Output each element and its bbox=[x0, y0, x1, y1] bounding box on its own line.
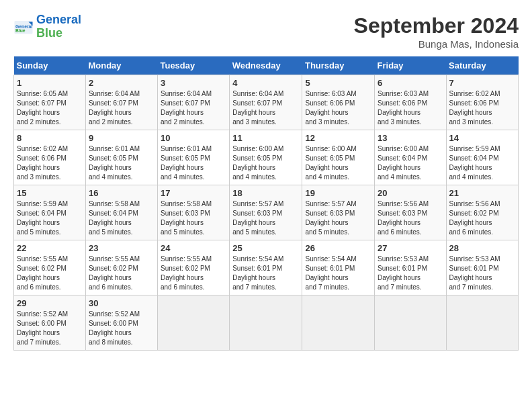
col-saturday: Saturday bbox=[446, 56, 518, 75]
day-number: 18 bbox=[232, 188, 299, 198]
calendar-table: Sunday Monday Tuesday Wednesday Thursday… bbox=[13, 56, 519, 351]
day-info: Sunrise: 5:52 AM Sunset: 6:00 PM Dayligh… bbox=[89, 310, 154, 347]
title-block: September 2024 Bunga Mas, Indonesia bbox=[354, 13, 519, 50]
day-info: Sunrise: 6:01 AM Sunset: 6:05 PM Dayligh… bbox=[89, 144, 154, 182]
calendar-cell: 2 Sunrise: 6:04 AM Sunset: 6:07 PM Dayli… bbox=[85, 75, 157, 130]
day-number: 11 bbox=[232, 133, 299, 143]
day-info: Sunrise: 5:53 AM Sunset: 6:01 PM Dayligh… bbox=[449, 255, 515, 292]
calendar-cell: 29 Sunrise: 5:52 AM Sunset: 6:00 PM Dayl… bbox=[14, 295, 86, 351]
calendar-cell bbox=[230, 295, 302, 351]
day-info: Sunrise: 6:02 AM Sunset: 6:06 PM Dayligh… bbox=[449, 89, 515, 127]
calendar-cell: 1 Sunrise: 6:05 AM Sunset: 6:07 PM Dayli… bbox=[14, 75, 86, 130]
day-number: 6 bbox=[378, 78, 443, 88]
day-number: 21 bbox=[449, 188, 515, 198]
col-wednesday: Wednesday bbox=[230, 56, 302, 75]
day-number: 16 bbox=[89, 188, 154, 198]
calendar-cell: 16 Sunrise: 5:58 AM Sunset: 6:04 PM Dayl… bbox=[85, 185, 157, 240]
day-info: Sunrise: 5:56 AM Sunset: 6:03 PM Dayligh… bbox=[378, 199, 443, 237]
calendar-cell: 27 Sunrise: 5:53 AM Sunset: 6:01 PM Dayl… bbox=[375, 240, 446, 295]
day-number: 30 bbox=[89, 298, 154, 308]
calendar-cell bbox=[446, 295, 518, 351]
logo-line2: Blue bbox=[36, 26, 62, 40]
col-monday: Monday bbox=[85, 56, 157, 75]
day-info: Sunrise: 6:01 AM Sunset: 6:05 PM Dayligh… bbox=[161, 144, 226, 182]
day-info: Sunrise: 5:59 AM Sunset: 6:04 PM Dayligh… bbox=[449, 144, 515, 182]
day-info: Sunrise: 6:00 AM Sunset: 6:05 PM Dayligh… bbox=[305, 144, 371, 182]
day-number: 14 bbox=[449, 133, 515, 143]
day-info: Sunrise: 5:54 AM Sunset: 6:01 PM Dayligh… bbox=[305, 255, 371, 292]
day-number: 25 bbox=[232, 243, 299, 253]
day-number: 19 bbox=[305, 188, 371, 198]
calendar-cell: 25 Sunrise: 5:54 AM Sunset: 6:01 PM Dayl… bbox=[230, 240, 302, 295]
calendar-cell: 12 Sunrise: 6:00 AM Sunset: 6:05 PM Dayl… bbox=[302, 130, 375, 185]
calendar-cell: 24 Sunrise: 5:55 AM Sunset: 6:02 PM Dayl… bbox=[157, 240, 229, 295]
calendar-row: 8 Sunrise: 6:02 AM Sunset: 6:06 PM Dayli… bbox=[14, 130, 519, 185]
day-number: 28 bbox=[449, 243, 515, 253]
day-info: Sunrise: 5:54 AM Sunset: 6:01 PM Dayligh… bbox=[232, 255, 299, 292]
day-number: 9 bbox=[89, 133, 154, 143]
day-info: Sunrise: 6:03 AM Sunset: 6:06 PM Dayligh… bbox=[305, 89, 371, 127]
day-info: Sunrise: 6:05 AM Sunset: 6:07 PM Dayligh… bbox=[17, 89, 83, 127]
day-info: Sunrise: 6:02 AM Sunset: 6:06 PM Dayligh… bbox=[17, 144, 83, 182]
day-number: 1 bbox=[17, 78, 83, 88]
day-number: 7 bbox=[449, 78, 515, 88]
day-number: 22 bbox=[17, 243, 83, 253]
col-thursday: Thursday bbox=[302, 56, 375, 75]
day-info: Sunrise: 5:55 AM Sunset: 6:02 PM Dayligh… bbox=[89, 255, 154, 292]
calendar-cell: 17 Sunrise: 5:58 AM Sunset: 6:03 PM Dayl… bbox=[157, 185, 229, 240]
col-friday: Friday bbox=[375, 56, 446, 75]
day-info: Sunrise: 5:55 AM Sunset: 6:02 PM Dayligh… bbox=[161, 255, 226, 292]
calendar-cell: 28 Sunrise: 5:53 AM Sunset: 6:01 PM Dayl… bbox=[446, 240, 518, 295]
day-number: 20 bbox=[378, 188, 443, 198]
day-info: Sunrise: 6:04 AM Sunset: 6:07 PM Dayligh… bbox=[89, 89, 154, 127]
calendar-cell: 10 Sunrise: 6:01 AM Sunset: 6:05 PM Dayl… bbox=[157, 130, 229, 185]
calendar-cell: 23 Sunrise: 5:55 AM Sunset: 6:02 PM Dayl… bbox=[85, 240, 157, 295]
calendar-cell bbox=[375, 295, 446, 351]
day-number: 3 bbox=[161, 78, 226, 88]
day-info: Sunrise: 5:53 AM Sunset: 6:01 PM Dayligh… bbox=[378, 255, 443, 292]
day-number: 13 bbox=[378, 133, 443, 143]
calendar-row: 1 Sunrise: 6:05 AM Sunset: 6:07 PM Dayli… bbox=[14, 75, 519, 130]
logo-line1: General bbox=[36, 13, 81, 26]
logo-icon: General Blue bbox=[13, 17, 34, 37]
calendar-cell: 13 Sunrise: 6:00 AM Sunset: 6:04 PM Dayl… bbox=[375, 130, 446, 185]
calendar-cell: 3 Sunrise: 6:04 AM Sunset: 6:07 PM Dayli… bbox=[157, 75, 229, 130]
day-info: Sunrise: 5:52 AM Sunset: 6:00 PM Dayligh… bbox=[17, 310, 83, 347]
calendar-cell: 14 Sunrise: 5:59 AM Sunset: 6:04 PM Dayl… bbox=[446, 130, 518, 185]
calendar-cell: 21 Sunrise: 5:56 AM Sunset: 6:02 PM Dayl… bbox=[446, 185, 518, 240]
month-title: September 2024 bbox=[354, 13, 519, 38]
day-number: 15 bbox=[17, 188, 83, 198]
calendar-cell: 4 Sunrise: 6:04 AM Sunset: 6:07 PM Dayli… bbox=[230, 75, 302, 130]
logo: General Blue General Blue bbox=[13, 13, 81, 40]
day-number: 17 bbox=[161, 188, 226, 198]
day-info: Sunrise: 5:57 AM Sunset: 6:03 PM Dayligh… bbox=[305, 199, 371, 237]
day-info: Sunrise: 5:56 AM Sunset: 6:02 PM Dayligh… bbox=[449, 199, 515, 237]
calendar-cell: 8 Sunrise: 6:02 AM Sunset: 6:06 PM Dayli… bbox=[14, 130, 86, 185]
day-number: 23 bbox=[89, 243, 154, 253]
day-number: 10 bbox=[161, 133, 226, 143]
calendar-header-row: Sunday Monday Tuesday Wednesday Thursday… bbox=[14, 56, 519, 75]
calendar-cell: 15 Sunrise: 5:59 AM Sunset: 6:04 PM Dayl… bbox=[14, 185, 86, 240]
calendar-cell: 11 Sunrise: 6:00 AM Sunset: 6:05 PM Dayl… bbox=[230, 130, 302, 185]
day-info: Sunrise: 5:58 AM Sunset: 6:04 PM Dayligh… bbox=[89, 199, 154, 237]
svg-text:Blue: Blue bbox=[15, 28, 26, 33]
day-number: 24 bbox=[161, 243, 226, 253]
calendar-cell: 7 Sunrise: 6:02 AM Sunset: 6:06 PM Dayli… bbox=[446, 75, 518, 130]
calendar-cell: 20 Sunrise: 5:56 AM Sunset: 6:03 PM Dayl… bbox=[375, 185, 446, 240]
day-number: 5 bbox=[305, 78, 371, 88]
calendar-cell: 6 Sunrise: 6:03 AM Sunset: 6:06 PM Dayli… bbox=[375, 75, 446, 130]
day-number: 26 bbox=[305, 243, 371, 253]
svg-text:General: General bbox=[15, 24, 32, 28]
day-number: 8 bbox=[17, 133, 83, 143]
day-info: Sunrise: 5:59 AM Sunset: 6:04 PM Dayligh… bbox=[17, 199, 83, 237]
calendar-cell: 30 Sunrise: 5:52 AM Sunset: 6:00 PM Dayl… bbox=[85, 295, 157, 351]
day-info: Sunrise: 6:00 AM Sunset: 6:04 PM Dayligh… bbox=[378, 144, 443, 182]
calendar-cell: 5 Sunrise: 6:03 AM Sunset: 6:06 PM Dayli… bbox=[302, 75, 375, 130]
day-info: Sunrise: 6:04 AM Sunset: 6:07 PM Dayligh… bbox=[161, 89, 226, 127]
page-header: General Blue General Blue September 2024… bbox=[13, 13, 519, 50]
day-info: Sunrise: 5:57 AM Sunset: 6:03 PM Dayligh… bbox=[232, 199, 299, 237]
location-subtitle: Bunga Mas, Indonesia bbox=[354, 38, 519, 50]
day-number: 4 bbox=[232, 78, 299, 88]
calendar-cell: 9 Sunrise: 6:01 AM Sunset: 6:05 PM Dayli… bbox=[85, 130, 157, 185]
day-info: Sunrise: 6:03 AM Sunset: 6:06 PM Dayligh… bbox=[378, 89, 443, 127]
